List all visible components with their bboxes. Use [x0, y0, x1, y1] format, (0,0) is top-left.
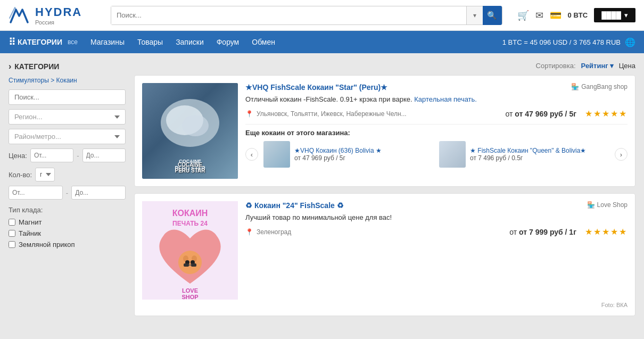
product-stars-2: ★★★★★	[585, 227, 628, 237]
klad-magnet-checkbox[interactable]: Магнит	[9, 218, 126, 226]
user-menu-button[interactable]: ████ ▾	[594, 8, 635, 22]
price-from-input[interactable]	[30, 148, 73, 162]
nav-all-label[interactable]: все	[68, 38, 78, 46]
user-label: ████	[601, 11, 621, 19]
product-image-2: КОКАИН ПЕЧАТЬ 24	[142, 201, 238, 300]
product-title-2[interactable]: ♻ Кокаин "24" FishScale ♻	[245, 201, 344, 210]
sidebar: КАТЕГОРИИ Стимуляторы > Кокаин Регион...…	[9, 62, 126, 323]
shop-icon-1: 🏪	[571, 83, 579, 90]
sidebar-search-input[interactable]	[9, 89, 126, 105]
klad-tainik-input[interactable]	[9, 230, 15, 237]
district-select[interactable]: Район/метро...	[9, 129, 126, 144]
sort-bar: Сортировка: Рейтинг ▾ Цена	[134, 62, 635, 70]
nav-links: Магазины Товары Записки Форум Обмен	[90, 38, 275, 46]
nav-link-exchange[interactable]: Обмен	[252, 38, 275, 46]
product-card-2: КОКАИН ПЕЧАТЬ 24	[134, 193, 635, 316]
related-item-1-1: ★ FishScale Кокаин "Queen" & Bolivia★ от…	[439, 141, 609, 168]
svg-text:LOVE: LOVE	[182, 287, 198, 294]
nav-dots-icon: ⠿	[9, 36, 14, 48]
product-location-row-1: 📍 Ульяновск, Тольятти, Ижевск, Набережны…	[245, 109, 628, 119]
product-title-1[interactable]: ★VHQ FishScale Кокаин "Star" (Peru)★	[245, 83, 387, 92]
main-layout: КАТЕГОРИИ Стимуляторы > Кокаин Регион...…	[0, 53, 644, 331]
klad-earth-checkbox[interactable]: Земляной прикоп	[9, 241, 126, 249]
related-next-1[interactable]: ›	[615, 148, 628, 161]
sort-label: Сортировка:	[536, 62, 576, 70]
header: HYDRA Россия ▾ 🔍 🛒 ✉ 💳 0 BTC ████ ▾	[0, 0, 644, 31]
search-button[interactable]: 🔍	[483, 6, 502, 25]
location-text-2: Зеленоград	[257, 228, 291, 236]
product-stars-1: ★★★★★	[585, 109, 628, 119]
shop-label-1[interactable]: GangBang shop	[581, 83, 628, 90]
related-prev-1[interactable]: ‹	[245, 148, 258, 161]
price-dash: -	[77, 152, 79, 160]
qty-dash: -	[66, 189, 68, 197]
klad-magnet-input[interactable]	[9, 219, 15, 226]
logo-subtitle: Россия	[35, 19, 82, 26]
qty-from-input[interactable]	[9, 186, 63, 200]
klad-tainik-label: Тайник	[19, 229, 41, 237]
svg-text:COCAINE: COCAINE	[179, 159, 201, 164]
price-label: Цена:	[9, 152, 27, 160]
categories-label: КАТЕГОРИИ	[18, 38, 62, 46]
related-img-1-1	[439, 141, 466, 168]
svg-rect-15	[191, 263, 196, 267]
klad-tainik-checkbox[interactable]: Тайник	[9, 229, 126, 237]
sort-chevron-icon: ▾	[610, 62, 614, 70]
product-image-1: COCAINE PERU STAR	[142, 83, 238, 179]
product-desc-1: Отличный кокаин -FishScale. 0.91+ крэка …	[245, 95, 628, 104]
qty-range-row: -	[9, 186, 126, 200]
nav-link-notes[interactable]: Записки	[176, 38, 204, 46]
nav-link-shops[interactable]: Магазины	[90, 38, 125, 46]
product-desc-highlight-1: Картельная печать.	[414, 95, 477, 103]
logo-title: HYDRA	[35, 5, 82, 19]
wallet-icon[interactable]: 💳	[550, 10, 562, 21]
content-area: Сортировка: Рейтинг ▾ Цена	[134, 62, 635, 323]
shop-name-1: 🏪 GangBang shop	[571, 83, 628, 90]
foto-watermark: Foto: ВКА	[142, 302, 628, 308]
klad-earth-label: Земляной прикоп	[19, 241, 75, 249]
cart-icon[interactable]: 🛒	[517, 10, 529, 21]
product-price-1: от от 47 969 руб / 5г	[505, 110, 576, 118]
related-items-1: ‹ ★VHQ Кокаин (636) Bolivia ★ от 47 969 …	[245, 141, 628, 168]
qty-unit-select[interactable]: г	[35, 168, 55, 181]
related-price-1-0: от 47 969 руб / 5г	[294, 154, 345, 162]
region-select[interactable]: Регион...	[9, 109, 126, 125]
svg-text:PERU STAR: PERU STAR	[175, 166, 205, 171]
related-item-1-0: ★VHQ Кокаин (636) Bolivia ★ от 47 969 ру…	[263, 141, 434, 168]
svg-text:ПЕЧАТЬ 24: ПЕЧАТЬ 24	[172, 220, 208, 227]
logo-area: HYDRA Россия	[9, 5, 104, 26]
search-dropdown-button[interactable]: ▾	[466, 6, 483, 24]
related-img-1-0	[263, 141, 290, 168]
product-info-1: ★VHQ FishScale Кокаин "Star" (Peru)★ 🏪 G…	[245, 83, 628, 179]
qty-to-input[interactable]	[71, 186, 126, 200]
sort-rating-option[interactable]: Рейтинг ▾	[581, 62, 614, 70]
klad-earth-input[interactable]	[9, 241, 15, 248]
nav-categories: ⠿ КАТЕГОРИИ все	[9, 36, 78, 48]
sort-price-option[interactable]: Цена	[619, 62, 635, 70]
product-desc-text-2: Лучший товар по минимальной цене для вас…	[245, 213, 392, 221]
related-link-1-0[interactable]: ★VHQ Кокаин (636) Bolivia ★	[294, 147, 382, 154]
hydra-logo-icon	[9, 5, 31, 26]
svg-text:КОКАИН: КОКАИН	[172, 209, 208, 218]
qty-filter-row: Кол-во: г	[9, 168, 126, 181]
navbar: ⠿ КАТЕГОРИИ все Магазины Товары Записки …	[0, 31, 644, 53]
svg-rect-14	[184, 263, 189, 267]
globe-icon[interactable]: 🌐	[625, 37, 635, 47]
related-price-1-1: от 7 496 руб / 0.5г	[470, 154, 523, 162]
product-card-1: COCAINE PERU STAR ★VHQ FishScale Кокаин …	[134, 75, 635, 187]
sidebar-title: КАТЕГОРИИ	[9, 62, 126, 71]
klad-magnet-label: Магнит	[19, 218, 42, 226]
shop-label-2[interactable]: Love Shop	[597, 201, 628, 209]
search-input[interactable]	[111, 6, 466, 24]
mail-icon[interactable]: ✉	[535, 10, 543, 21]
location-icon-1: 📍	[245, 110, 253, 118]
breadcrumb[interactable]: Стимуляторы > Кокаин	[9, 77, 126, 84]
nav-link-goods[interactable]: Товары	[137, 38, 163, 46]
location-icon-2: 📍	[245, 228, 253, 236]
price-to-input[interactable]	[82, 148, 126, 162]
nav-link-forum[interactable]: Форум	[217, 38, 240, 46]
shop-icon-2: 🏪	[587, 201, 595, 209]
product-location-row-2: 📍 Зеленоград от от 7 999 руб / 1г ★★★★★	[245, 227, 628, 237]
related-link-1-1[interactable]: ★ FishScale Кокаин "Queen" & Bolivia★	[470, 147, 586, 154]
price-filter-row: Цена: -	[9, 148, 126, 162]
